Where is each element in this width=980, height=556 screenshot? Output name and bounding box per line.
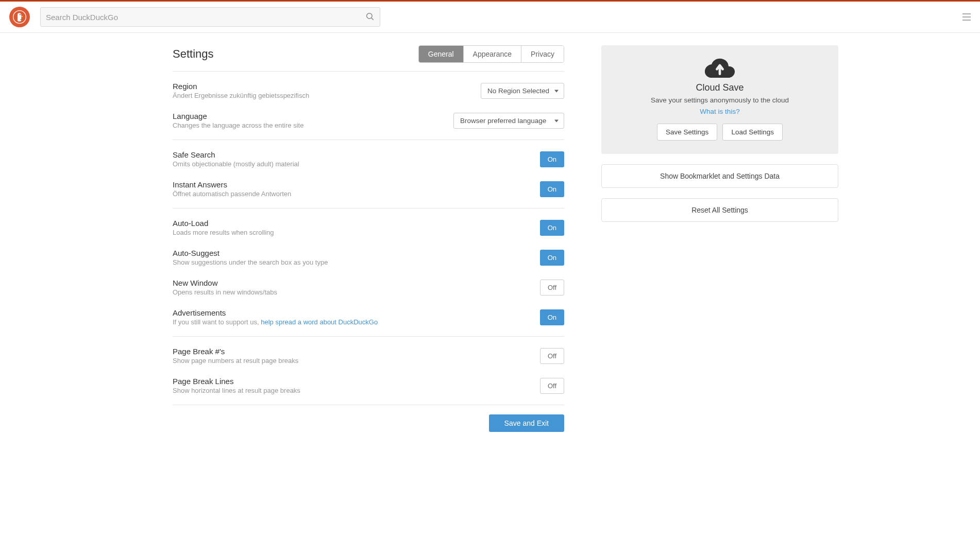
cloud-desc: Save your settings anonymously to the cl… <box>612 96 828 104</box>
cloud-title: Cloud Save <box>612 82 828 93</box>
region-label: Region <box>173 82 470 91</box>
tab-privacy[interactable]: Privacy <box>521 46 564 62</box>
ads-label: Advertisements <box>173 308 530 317</box>
cloud-save-box: Cloud Save Save your settings anonymousl… <box>601 45 838 154</box>
svg-point-1 <box>20 14 21 15</box>
row-safe-search: Safe Search Omits objectionable (mostly … <box>173 144 564 174</box>
duck-logo-icon <box>13 10 26 24</box>
svg-point-2 <box>367 13 373 19</box>
language-desc: Changes the language across the entire s… <box>173 121 443 129</box>
page-break-nums-label: Page Break #'s <box>173 347 530 356</box>
logo[interactable] <box>9 7 30 27</box>
instant-answers-toggle[interactable]: On <box>540 181 564 197</box>
auto-suggest-toggle[interactable]: On <box>540 250 564 266</box>
auto-suggest-label: Auto-Suggest <box>173 249 530 257</box>
page-break-nums-desc: Show page numbers at result page breaks <box>173 357 530 364</box>
safe-search-desc: Omits objectionable (mostly adult) mater… <box>173 160 530 168</box>
page-break-lines-label: Page Break Lines <box>173 377 530 386</box>
row-region: Region Ändert Ergebnisse zukünftig gebie… <box>173 76 564 106</box>
row-auto-load: Auto-Load Loads more results when scroll… <box>173 213 564 242</box>
region-select-value: No Region Selected <box>487 87 549 95</box>
instant-answers-desc: Öffnet automatisch passende Antworten <box>173 190 530 198</box>
header <box>0 2 980 33</box>
reset-all-settings-button[interactable]: Reset All Settings <box>601 198 838 222</box>
ads-desc-prefix: If you still want to support us, <box>173 318 261 326</box>
page-break-lines-toggle[interactable]: Off <box>540 378 564 394</box>
row-auto-suggest: Auto-Suggest Show suggestions under the … <box>173 242 564 272</box>
search-input[interactable] <box>46 13 365 22</box>
page-break-lines-desc: Show horizontal lines at result page bre… <box>173 387 530 394</box>
sidebar: Cloud Save Save your settings anonymousl… <box>601 45 838 432</box>
row-language: Language Changes the language across the… <box>173 106 564 135</box>
title-row: Settings General Appearance Privacy <box>173 45 564 72</box>
auto-load-toggle[interactable]: On <box>540 220 564 236</box>
row-page-break-lines: Page Break Lines Show horizontal lines a… <box>173 371 564 401</box>
new-window-toggle[interactable]: Off <box>540 280 564 296</box>
show-bookmarklet-button[interactable]: Show Bookmarklet and Settings Data <box>601 164 838 188</box>
menu-icon[interactable] <box>962 13 971 21</box>
row-advertisements: Advertisements If you still want to supp… <box>173 302 564 332</box>
region-select[interactable]: No Region Selected <box>481 83 564 99</box>
ads-toggle[interactable]: On <box>540 309 564 325</box>
search-bar[interactable] <box>40 7 380 27</box>
save-row: Save and Exit <box>173 405 564 432</box>
page-break-nums-toggle[interactable]: Off <box>540 348 564 364</box>
row-instant-answers: Instant Answers Öffnet automatisch passe… <box>173 174 564 204</box>
new-window-label: New Window <box>173 279 530 287</box>
save-settings-button[interactable]: Save Settings <box>657 124 717 141</box>
safe-search-label: Safe Search <box>173 150 530 159</box>
safe-search-toggle[interactable]: On <box>540 151 564 167</box>
language-label: Language <box>173 112 443 120</box>
auto-load-label: Auto-Load <box>173 219 530 228</box>
new-window-desc: Opens results in new windows/tabs <box>173 288 530 296</box>
cloud-upload-icon <box>704 57 735 78</box>
tabs: General Appearance Privacy <box>418 45 564 63</box>
instant-answers-label: Instant Answers <box>173 180 530 189</box>
language-select-value: Browser preferred language <box>460 117 546 125</box>
language-select[interactable]: Browser preferred language <box>453 113 564 129</box>
save-and-exit-button[interactable]: Save and Exit <box>489 414 564 432</box>
svg-line-3 <box>371 18 374 20</box>
auto-suggest-desc: Show suggestions under the search box as… <box>173 258 530 266</box>
page-title: Settings <box>173 47 214 61</box>
auto-load-desc: Loads more results when scrolling <box>173 229 530 236</box>
ads-help-link[interactable]: help spread a word about DuckDuckGo <box>261 318 378 326</box>
settings-main: Settings General Appearance Privacy Regi… <box>173 45 564 432</box>
tab-general[interactable]: General <box>419 46 463 62</box>
region-desc: Ändert Ergebnisse zukünftig gebietsspezi… <box>173 92 470 99</box>
row-new-window: New Window Opens results in new windows/… <box>173 272 564 302</box>
row-page-break-nums: Page Break #'s Show page numbers at resu… <box>173 341 564 371</box>
load-settings-button[interactable]: Load Settings <box>722 124 783 141</box>
cloud-what-is-this-link[interactable]: What is this? <box>700 108 739 115</box>
tab-appearance[interactable]: Appearance <box>463 46 521 62</box>
ads-desc: If you still want to support us, help sp… <box>173 318 530 326</box>
search-icon[interactable] <box>365 12 375 23</box>
